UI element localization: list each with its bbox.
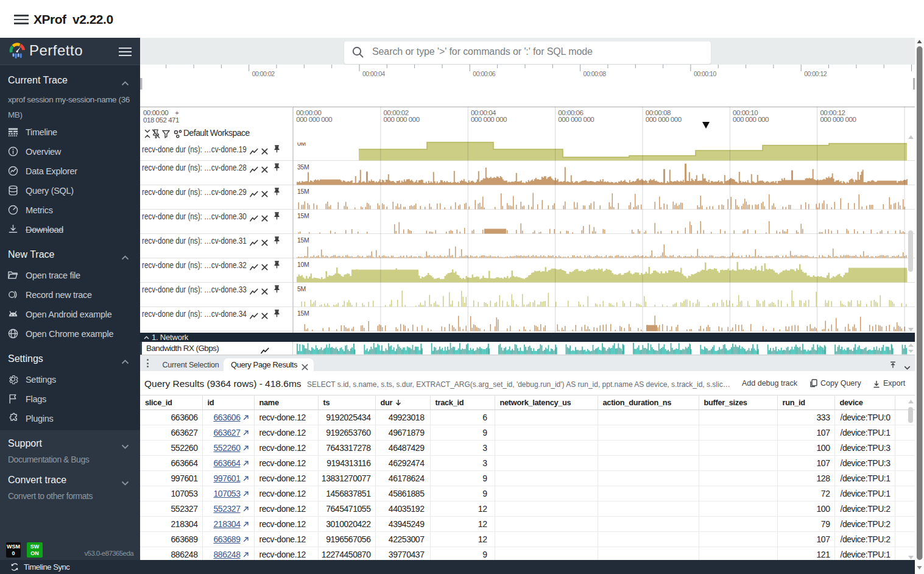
svg-text:00:00:08: 00:00:08 [584,70,607,77]
svg-text:00:00:06: 00:00:06 [473,70,496,77]
svg-text:00:00:12: 00:00:12 [804,70,827,77]
svg-text:00:00:04: 00:00:04 [362,70,386,77]
svg-text:00:00:10: 00:00:10 [694,70,717,77]
svg-text:00:00:02: 00:00:02 [252,70,275,77]
